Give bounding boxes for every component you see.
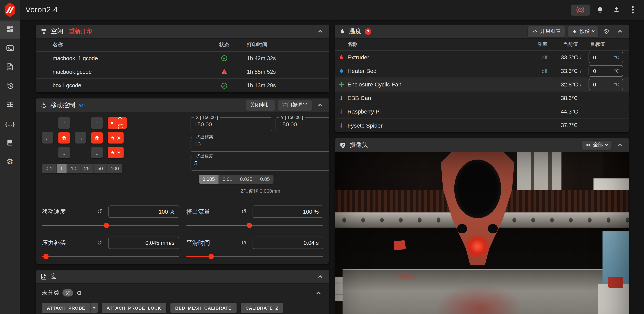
temp-col-current: 当前值 — [548, 41, 578, 48]
macro-settings-gear-icon[interactable]: ⚙ — [76, 290, 82, 296]
sensor-row-ebb[interactable]: EBB Can 38.3°C — [335, 92, 629, 105]
restore-arrow-icon[interactable]: ↺ — [240, 238, 248, 247]
webcam-stream — [335, 152, 629, 314]
settings-gear-icon: ⚙ — [6, 157, 13, 165]
motion-collapse-button[interactable] — [315, 100, 325, 110]
jog-x-minus-button[interactable]: ← — [42, 132, 53, 144]
speed-value[interactable]: 100 % — [108, 205, 179, 218]
restore-arrow-icon[interactable]: ↺ — [95, 207, 104, 216]
home-x-axis-button[interactable] — [58, 132, 70, 144]
macros-header: 宏 — [36, 270, 329, 284]
jog-x-plus-button[interactable]: → — [75, 132, 86, 144]
macros-collapse-button[interactable] — [315, 272, 325, 282]
jog-y-plus-button[interactable]: ↑ — [58, 117, 70, 129]
y-position-input[interactable] — [276, 121, 329, 128]
extrude-speed-input[interactable] — [191, 160, 329, 166]
target-temp-field[interactable]: °C — [588, 52, 623, 63]
home-z-axis-button[interactable] — [91, 132, 103, 144]
home-all-button[interactable]: 全部 — [108, 117, 127, 129]
slider-thumb[interactable] — [208, 254, 214, 259]
target-temp-input[interactable] — [592, 54, 614, 61]
jog-z-plus-button[interactable]: ↑ — [91, 117, 103, 129]
presets-button[interactable]: 预设 — [568, 26, 598, 37]
target-temp-input[interactable] — [592, 67, 614, 74]
home-y-button[interactable]: Y — [108, 147, 124, 158]
restore-arrow-icon[interactable]: ↺ — [240, 207, 248, 216]
account-button[interactable] — [610, 4, 623, 16]
temp-col-name: 名称 — [348, 41, 530, 48]
question-badge-icon[interactable]: ? — [365, 28, 372, 35]
emergency-stop-button[interactable] — [571, 4, 590, 15]
slider-thumb[interactable] — [104, 223, 109, 228]
heater-row-bed[interactable]: Heater Bed off 33.3°C / °C — [335, 64, 629, 78]
sidebar-item-gcode-files[interactable] — [0, 57, 20, 76]
flow-slider-track[interactable] — [186, 225, 323, 226]
speed-slider-track[interactable] — [42, 225, 179, 226]
sidebar-item-settings[interactable]: ⚙ — [0, 152, 20, 171]
flow-value[interactable]: 100 % — [252, 205, 323, 218]
job-row[interactable]: macbook_1.gcode 1h 42m 32s — [36, 52, 329, 65]
y-position-field[interactable]: Y [ 150.00 ] — [276, 117, 329, 131]
flame-icon — [335, 54, 348, 60]
sidebar-item-tune[interactable] — [0, 95, 20, 114]
notifications-button[interactable] — [594, 4, 606, 16]
heater-row-extruder[interactable]: Extruder off 33.3°C / °C — [335, 51, 629, 64]
z-step-option[interactable]: 0.05 — [256, 175, 274, 184]
overflow-menu-button[interactable] — [627, 4, 639, 16]
slider-thumb[interactable] — [246, 223, 252, 228]
pressure-advance-value[interactable]: 0.045 mm/s — [108, 237, 179, 249]
macro-group-collapse-button[interactable] — [314, 288, 323, 298]
print-status-collapse-button[interactable] — [315, 26, 325, 36]
temperature-collapse-button[interactable] — [615, 26, 625, 36]
sidebar-item-machine[interactable] — [0, 133, 20, 152]
pressure-advance-track[interactable] — [42, 256, 179, 257]
temp-col-power: 功率 — [537, 42, 548, 47]
z-step-option-active[interactable]: 0.005 — [199, 175, 219, 184]
smooth-time-value[interactable]: 0.04 s — [252, 237, 323, 249]
app-logo[interactable] — [0, 0, 20, 20]
sidebar-item-history[interactable] — [0, 76, 20, 95]
target-temp-field[interactable]: °C — [588, 79, 623, 90]
move-step-option[interactable]: 100 — [107, 164, 122, 173]
extrude-speed-field[interactable]: 挤出速度 mm/s — [190, 156, 329, 170]
restore-arrow-icon[interactable]: ↺ — [95, 238, 104, 247]
macro-button[interactable]: BED_MESH_CALIBRATE — [170, 303, 236, 313]
x-position-input[interactable] — [191, 121, 272, 128]
open-chart-button[interactable]: 开启图表 — [528, 26, 565, 37]
smooth-time-track[interactable] — [186, 256, 323, 257]
z-step-option[interactable]: 0.01 — [219, 175, 236, 184]
sidebar-item-console[interactable] — [0, 39, 20, 57]
webcam-collapse-button[interactable] — [615, 140, 625, 150]
macro-button[interactable]: CALIBRATE_Z — [240, 303, 283, 313]
qgl-button[interactable]: 龙门架调平 — [278, 100, 312, 111]
sensor-row-spider[interactable]: Fysetc Spider 37.7°C — [335, 119, 629, 132]
x-position-field[interactable]: X [ 150.00 ] — [190, 117, 272, 131]
webcam-selector-button[interactable]: 全部 — [582, 141, 612, 149]
sensor-row-rpi[interactable]: Raspberry Pi 44.3°C — [335, 105, 629, 119]
z-step-option[interactable]: 0.025 — [236, 175, 256, 184]
move-step-option-active[interactable]: 1 — [56, 164, 67, 173]
extrude-distance-input[interactable] — [191, 141, 329, 148]
job-row[interactable]: box1.gcode 1h 13m 29s — [36, 79, 329, 92]
macro-button[interactable]: ATTACH_PROBE_LOCK — [102, 303, 166, 313]
temperature-settings-button[interactable]: ⚙ — [602, 26, 612, 36]
reprint-button[interactable]: 重新打印 — [66, 28, 94, 35]
sidebar-item-dashboard[interactable] — [0, 20, 20, 39]
jog-z-minus-button[interactable]: ↓ — [91, 147, 103, 158]
jog-y-minus-button[interactable]: ↓ — [58, 147, 70, 158]
attach-probe-dropdown[interactable] — [90, 303, 98, 313]
move-step-option[interactable]: 10 — [67, 164, 80, 173]
move-step-option[interactable]: 0.1 — [42, 164, 56, 173]
sidebar-item-config-files[interactable]: {…} — [0, 114, 20, 133]
extrude-distance-field[interactable]: 挤出距离 mm — [190, 137, 329, 152]
move-step-option[interactable]: 25 — [80, 164, 94, 173]
target-temp-field[interactable]: °C — [588, 65, 623, 77]
macro-button[interactable]: ATTACH_PROBE — [42, 303, 90, 313]
fan-row-enclosure[interactable]: Enclosure Cyclic Fan 32.8°C / °C — [335, 78, 629, 92]
motors-off-button[interactable]: 关闭电机 — [246, 100, 275, 111]
job-row[interactable]: macbook.gcode 1h 55m 52s — [36, 65, 329, 79]
slider-thumb[interactable] — [43, 254, 49, 259]
target-temp-input[interactable] — [592, 81, 614, 88]
home-x-button[interactable]: X — [108, 132, 124, 144]
move-step-option[interactable]: 50 — [94, 164, 107, 173]
